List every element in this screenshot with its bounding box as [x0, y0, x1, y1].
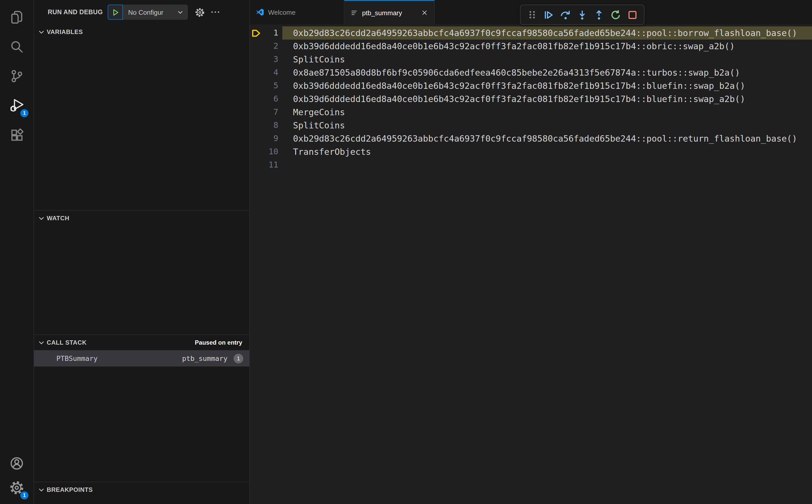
code-line[interactable]: 50xb39d6dddedd16ed8a40ce0b1e6b43c92acf0f…	[250, 79, 812, 92]
code-line[interactable]: 10TransferObjects	[250, 145, 812, 158]
sidebar-item-explorer[interactable]	[5, 5, 29, 29]
vscode-window: 1	[0, 0, 812, 504]
code-line[interactable]: 8SplitCoins	[250, 119, 812, 132]
frame-source-file: ptb_summary	[182, 354, 227, 362]
code-editor[interactable]: 10xb29d83c26cdd2a64959263abbcfc4a6937f0c…	[250, 24, 812, 504]
code-line[interactable]: 60xb39d6dddedd16ed8a40ce0b1e6b43c92acf0f…	[250, 92, 812, 106]
code-line[interactable]: 3SplitCoins	[250, 53, 812, 66]
step-into-button[interactable]	[574, 5, 591, 24]
code-text[interactable]: 0xb29d83c26cdd2a64959263abbcfc4a6937f0c9…	[282, 26, 812, 40]
account-menu[interactable]	[5, 451, 29, 476]
code-text[interactable]: 0xb39d6dddedd16ed8a40ce0b1e6b43c92acf0ff…	[282, 92, 812, 106]
breakpoint-gutter[interactable]	[250, 92, 261, 106]
call-stack-section-label: CALL STACK	[47, 339, 87, 346]
breakpoint-gutter[interactable]	[250, 79, 261, 92]
code-text[interactable]: SplitCoins	[282, 119, 812, 132]
breakpoint-gutter[interactable]	[250, 40, 261, 53]
breakpoints-section: BREAKPOINTS	[34, 482, 249, 504]
line-number: 4	[261, 66, 278, 79]
sidebar-title: RUN AND DEBUG	[48, 9, 103, 16]
more-actions-button[interactable]: ···	[211, 10, 221, 15]
tab-welcome[interactable]: Welcome	[250, 0, 344, 24]
sidebar-item-search[interactable]	[5, 35, 29, 59]
variables-section-header[interactable]: VARIABLES	[34, 24, 249, 40]
watch-section-header[interactable]: WATCH	[34, 211, 249, 226]
code-text[interactable]: 0xb39d6dddedd16ed8a40ce0b1e6b43c92acf0ff…	[282, 79, 812, 92]
run-and-debug-sidebar: RUN AND DEBUG No Configur	[34, 0, 250, 504]
call-stack-frame[interactable]: PTBSummary ptb_summary 1	[34, 350, 249, 366]
breakpoint-gutter[interactable]	[250, 145, 261, 158]
breakpoint-gutter[interactable]	[250, 106, 261, 119]
breakpoint-gutter[interactable]	[250, 53, 261, 66]
step-over-icon	[560, 9, 571, 20]
settings-menu[interactable]: 1	[5, 476, 29, 500]
breakpoint-gutter[interactable]	[250, 26, 261, 40]
tab-ptb-summary[interactable]: ptb_summary	[344, 0, 435, 24]
watch-section: WATCH	[34, 210, 249, 334]
debug-pause-status: Paused on entry	[195, 339, 242, 346]
debug-configuration-value: No Configur	[128, 8, 177, 16]
code-line[interactable]: 7MergeCoins	[250, 106, 812, 119]
sidebar-item-extensions[interactable]	[5, 123, 29, 147]
debug-configuration-dropdown[interactable]: No Configur	[123, 5, 188, 20]
variables-section-label: VARIABLES	[47, 28, 83, 36]
ellipsis-icon: ···	[211, 8, 221, 16]
line-number: 5	[261, 79, 278, 92]
code-line[interactable]: 90xb29d83c26cdd2a64959263abbcfc4a6937f0c…	[250, 132, 812, 145]
breakpoint-gutter[interactable]	[250, 119, 261, 132]
step-over-button[interactable]	[557, 5, 574, 24]
tab-label: ptb_summary	[362, 9, 417, 16]
chevron-down-icon	[38, 28, 45, 36]
search-icon	[10, 40, 24, 54]
code-text[interactable]	[282, 158, 812, 172]
code-text[interactable]: MergeCoins	[282, 106, 812, 119]
close-icon[interactable]	[421, 9, 428, 16]
line-number: 6	[261, 92, 278, 106]
restart-icon	[610, 9, 621, 20]
stop-button[interactable]	[624, 5, 641, 24]
breakpoint-gutter[interactable]	[250, 66, 261, 79]
call-stack-section: CALL STACK Paused on entry PTBSummary pt…	[34, 334, 249, 482]
code-text[interactable]: TransferObjects	[282, 145, 812, 158]
source-control-icon	[10, 69, 24, 83]
start-debug-button[interactable]	[108, 5, 123, 20]
tab-label: Welcome	[268, 8, 338, 16]
chevron-down-icon	[38, 214, 45, 222]
frame-location: ptb_summary 1	[182, 354, 243, 363]
vscode-app: 1	[0, 0, 812, 504]
call-stack-section-header[interactable]: CALL STACK Paused on entry	[34, 335, 249, 350]
chevron-down-icon	[38, 486, 45, 494]
breakpoint-gutter[interactable]	[250, 158, 261, 172]
chevron-down-icon	[177, 9, 184, 16]
sidebar-item-source-control[interactable]	[5, 64, 29, 88]
watch-section-label: WATCH	[47, 215, 69, 222]
code-text[interactable]: SplitCoins	[282, 53, 812, 66]
variables-section: VARIABLES	[34, 24, 249, 210]
line-number: 1	[261, 26, 278, 40]
code-text[interactable]: 0xb29d83c26cdd2a64959263abbcfc4a6937f0c9…	[282, 132, 812, 145]
code-line[interactable]: 10xb29d83c26cdd2a64959263abbcfc4a6937f0c…	[250, 26, 812, 40]
code-line[interactable]: 40x8ae871505a80d8bf6bf9c05906cda6edfeea4…	[250, 66, 812, 79]
line-number: 10	[261, 145, 278, 158]
breakpoints-section-header[interactable]: BREAKPOINTS	[34, 482, 249, 497]
step-out-button[interactable]	[591, 5, 607, 24]
code-text[interactable]: 0xb39d6dddedd16ed8a40ce0b1e6b43c92acf0ff…	[282, 40, 812, 53]
editor-group: Welcome ptb_summary	[250, 0, 812, 504]
code-line[interactable]: 20xb39d6dddedd16ed8a40ce0b1e6b43c92acf0f…	[250, 40, 812, 53]
debug-settings-button[interactable]	[195, 7, 205, 17]
sidebar-item-run-and-debug[interactable]: 1	[5, 93, 29, 118]
code-line[interactable]: 11	[250, 158, 812, 172]
line-number: 3	[261, 53, 278, 66]
code-text[interactable]: 0x8ae871505a80d8bf6bf9c05906cda6edfeea46…	[282, 66, 812, 79]
line-number: 8	[261, 119, 278, 132]
line-number: 2	[261, 40, 278, 53]
restart-button[interactable]	[607, 5, 624, 24]
sidebar-header: RUN AND DEBUG No Configur	[34, 0, 249, 24]
play-icon	[112, 8, 119, 16]
gripper-icon	[528, 10, 536, 19]
frame-line-badge: 1	[234, 354, 243, 363]
toolbar-drag-handle[interactable]	[524, 5, 540, 24]
breakpoint-gutter[interactable]	[250, 132, 261, 145]
continue-button[interactable]	[540, 5, 557, 24]
settings-badge: 1	[20, 491, 28, 499]
